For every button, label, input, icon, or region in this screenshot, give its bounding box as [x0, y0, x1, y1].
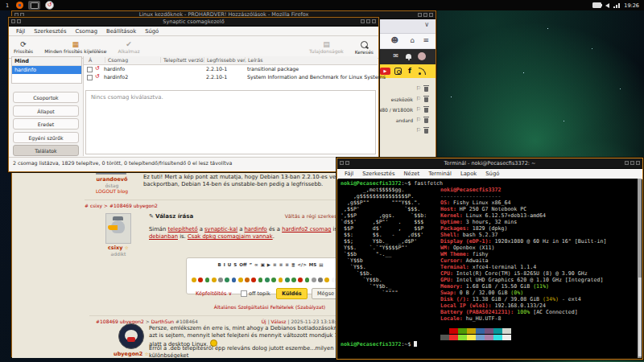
terminal-screen[interactable]: noki@Pecasecfis3372:~$ fastfetch _,met$$…	[338, 179, 638, 358]
account-icon[interactable]: ☻	[391, 36, 398, 44]
new-link[interactable]: Új	[262, 319, 266, 324]
trash-icon[interactable]	[424, 97, 428, 102]
reply-link[interactable]: Válasz	[271, 319, 287, 324]
apply-button[interactable]: ✔ Alkalmaz	[118, 40, 139, 54]
list-item-selected[interactable]: hardinfo	[12, 66, 81, 74]
menu-item-szerkesztés[interactable]: Szerkesztés	[358, 170, 398, 178]
close-button[interactable]	[429, 13, 433, 17]
rss-icon[interactable]	[419, 68, 426, 75]
terms-link[interactable]: Általános Szolgáltatási Feltételek (Szab…	[186, 304, 353, 310]
search-button[interactable]: Keresés	[355, 40, 374, 55]
menu-item-fájl[interactable]: Fájl	[341, 170, 357, 178]
menu-item-súgó[interactable]: Súgó	[141, 27, 163, 35]
user-avatar-icon[interactable]	[418, 52, 426, 60]
clock[interactable]: 19:26	[624, 2, 639, 9]
smiley-icon[interactable]	[258, 278, 263, 282]
smiley-icon[interactable]	[218, 278, 223, 282]
format-button-≡[interactable]: ≡	[285, 262, 289, 267]
smiley-icon[interactable]	[324, 278, 329, 282]
smiley-icon[interactable]	[192, 278, 196, 282]
minimize-button[interactable]	[418, 13, 422, 17]
sidebar-button-1[interactable]: Csoportok	[13, 92, 79, 103]
terminal-titlebar[interactable]: Terminál - noki@Pecasecfis3372: ~	[337, 158, 642, 169]
menu-item-súgó[interactable]: Súgó	[481, 170, 503, 178]
mail-icon[interactable]: ✉	[393, 52, 398, 60]
smiley-icon[interactable]	[291, 278, 296, 282]
terminal-scrollbar[interactable]	[638, 179, 642, 358]
column-header[interactable]: Csomag	[105, 57, 128, 63]
flag-icon[interactable]: ⚐	[416, 85, 421, 92]
offtopic-checkbox[interactable]	[241, 290, 247, 297]
workspace-indicator[interactable]: 1	[3, 2, 11, 9]
format-button-s[interactable]: S	[233, 262, 237, 267]
bell-icon[interactable]	[406, 54, 411, 59]
format-button-∞[interactable]: ∞	[254, 262, 258, 267]
sidebar-button-4[interactable]: Egyéni szűrők	[13, 132, 79, 143]
post-link[interactable]: hardinfo	[245, 226, 267, 232]
package-table-header[interactable]: Á Csomag Telepített verzió Legfrissebb v…	[84, 56, 378, 65]
maximize-button[interactable]	[423, 13, 427, 17]
minimize-button[interactable]	[625, 161, 629, 165]
flag-icon[interactable]: ⚐	[416, 117, 421, 123]
package-checkbox[interactable]	[87, 67, 93, 72]
network-signal-icon[interactable]	[613, 3, 620, 8]
terminal-prompt-line[interactable]: noki@Pecasecfis3372:~$	[341, 341, 638, 348]
facebook-icon[interactable]: f	[408, 67, 411, 75]
firefox-launcher-icon[interactable]	[16, 2, 23, 9]
search-results-list[interactable]: Mind hardinfo	[11, 56, 82, 84]
column-header[interactable]: Á	[86, 57, 92, 63]
format-button-≡[interactable]: ≡	[279, 262, 283, 267]
refresh-button[interactable]: ⟳ Frissítés	[14, 40, 33, 54]
format-button-≡[interactable]: ≡	[273, 262, 277, 267]
synaptic-titlebar[interactable]: Synaptic csomagkezelő	[9, 18, 378, 27]
post-link[interactable]: Csak dpkg csomagjaim vannak	[188, 233, 273, 240]
instagram-icon[interactable]	[394, 68, 402, 75]
flag-icon[interactable]: ⚐	[416, 96, 421, 102]
menu-item-fájl[interactable]: Fájl	[12, 27, 29, 35]
smiley-icon[interactable]	[238, 278, 243, 282]
trash-icon[interactable]	[424, 108, 428, 113]
smiley-icon[interactable]	[279, 278, 283, 282]
image-upload-link[interactable]: Képfeltöltés ∨	[196, 290, 232, 297]
post-id-link[interactable]: #108469	[96, 319, 118, 324]
post-link[interactable]: hardinfo2 csomag	[282, 226, 331, 232]
terminal-task-button[interactable]	[28, 1, 40, 10]
send-button[interactable]: Küldés	[276, 288, 308, 299]
column-header[interactable]: Leírás	[245, 57, 262, 63]
trash-icon[interactable]	[424, 129, 428, 134]
minimize-button[interactable]	[361, 19, 365, 23]
user-blog-link[interactable]: LOGOUT blog	[89, 188, 134, 194]
mark-all-upgrades-button[interactable]: ▦ Minden frissítés kijelölése	[44, 40, 106, 54]
avatar[interactable]	[118, 323, 144, 349]
menu-item-csomag[interactable]: Csomag	[71, 27, 101, 35]
smiley-icon[interactable]	[198, 278, 203, 282]
smiley-icon[interactable]	[265, 278, 270, 282]
tab-overflow-icon[interactable]: ∨	[424, 21, 429, 28]
menu-item-lapok[interactable]: Lapok	[456, 170, 481, 178]
package-checkbox[interactable]	[87, 75, 93, 80]
format-button-▣[interactable]: ▣	[261, 262, 265, 267]
smiley-icon[interactable]	[332, 278, 336, 282]
column-header[interactable]: Legfrissebb ver.	[204, 57, 246, 63]
smiley-icon[interactable]	[245, 278, 250, 282]
close-button[interactable]	[636, 161, 640, 165]
username-link[interactable]: ubyegon2	[114, 351, 142, 357]
smiley-icon[interactable]	[271, 278, 276, 282]
column-header[interactable]: Telepített verzió	[160, 57, 204, 63]
smiley-icon[interactable]	[298, 278, 303, 282]
format-button-u[interactable]: U	[228, 262, 231, 267]
post-link[interactable]: telepíthető	[167, 226, 197, 232]
smiley-icon[interactable]	[305, 278, 310, 282]
window-shade-button[interactable]	[345, 161, 349, 165]
thread-reference-link[interactable]: # csixy > #108469 ubyegon2	[85, 203, 158, 208]
properties-button[interactable]: ▤ Tulajdonságok	[309, 40, 344, 54]
username-link[interactable]: urandoevő	[89, 176, 134, 183]
trash-icon[interactable]	[424, 87, 428, 92]
battery-icon[interactable]	[592, 2, 601, 8]
flag-icon[interactable]: ⚐	[416, 127, 421, 134]
menu-item-szerkesztés[interactable]: Szerkesztés	[30, 27, 70, 35]
trash-icon[interactable]	[424, 118, 428, 123]
username-link[interactable]: DarthSun	[151, 319, 174, 324]
flag-icon[interactable]: ⚐	[416, 106, 421, 113]
format-button-▤[interactable]: ▤	[319, 262, 323, 267]
